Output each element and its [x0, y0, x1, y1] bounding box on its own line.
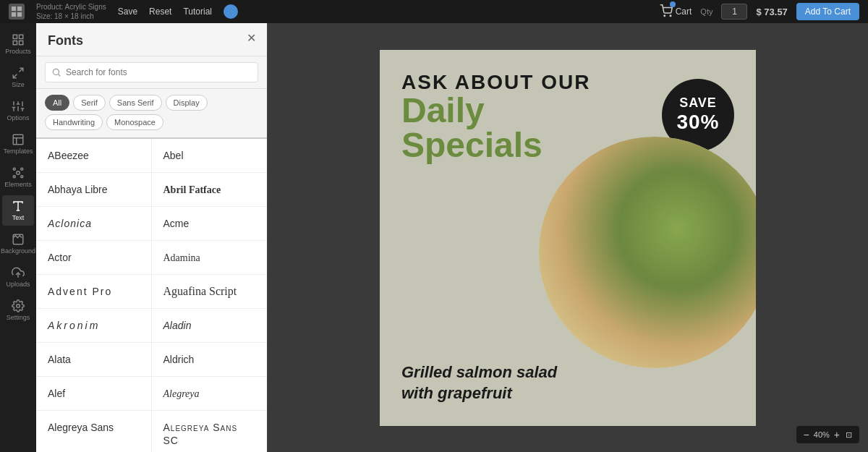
- sliders-icon: [12, 100, 25, 113]
- sidebar-item-background[interactable]: Background: [2, 229, 34, 259]
- sidebar-item-products[interactable]: Products: [2, 29, 34, 59]
- font-name: Abril Fatface: [163, 184, 221, 195]
- fonts-search-input[interactable]: [45, 62, 258, 82]
- list-item[interactable]: Aldrich: [152, 343, 268, 376]
- filter-display[interactable]: Display: [166, 95, 208, 111]
- topbar-left: Product: Acrylic Signs Size: 18 × 18 inc…: [9, 2, 238, 21]
- font-name: Adamina: [163, 252, 200, 263]
- settings-icon: [12, 299, 25, 312]
- main-content: Products Size Options Templat: [0, 23, 868, 452]
- font-name: Alef: [48, 388, 65, 399]
- font-name: Advent Pro: [48, 286, 112, 297]
- list-item[interactable]: Abel: [152, 139, 268, 172]
- qty-input[interactable]: [721, 4, 747, 20]
- list-item[interactable]: Alegreya Sans: [36, 411, 152, 452]
- fonts-title: Fonts: [48, 33, 83, 48]
- svg-point-24: [17, 171, 20, 175]
- add-to-cart-button[interactable]: Add To Cart: [796, 3, 859, 20]
- topbar-right: Cart Qty $ 73.57 Add To Cart: [660, 3, 859, 20]
- fonts-close-button[interactable]: ✕: [244, 30, 258, 45]
- svg-rect-3: [17, 12, 22, 17]
- list-item[interactable]: Abhaya Libre: [36, 173, 152, 206]
- sidebar-item-uploads[interactable]: Uploads: [2, 262, 34, 292]
- list-item[interactable]: Alegreya Sans SC: [152, 411, 268, 452]
- svg-point-4: [664, 15, 665, 17]
- sidebar-label-text: Text: [12, 214, 25, 221]
- sidebar-item-elements[interactable]: Elements: [2, 162, 34, 192]
- fonts-header: Fonts ✕: [36, 23, 267, 56]
- ad-grilled-line2: with grapefruit: [401, 383, 557, 404]
- svg-rect-6: [13, 35, 17, 38]
- avatar: [224, 4, 238, 19]
- sidebar-label-products: Products: [5, 48, 31, 55]
- list-item[interactable]: ABeezee: [36, 139, 152, 172]
- svg-rect-9: [20, 41, 23, 45]
- fonts-panel: Fonts ✕ All Serif Sans Serif Display Han…: [36, 23, 268, 452]
- left-sidebar: Products Size Options Templat: [0, 23, 36, 452]
- fonts-filters: All Serif Sans Serif Display Handwriting…: [36, 89, 267, 139]
- product-size: Size: 18 × 18 inch: [36, 12, 106, 21]
- sidebar-label-settings: Settings: [7, 314, 30, 321]
- font-row: Alef Alegreya: [36, 377, 267, 411]
- list-item[interactable]: Aladin: [152, 309, 268, 342]
- fonts-list: ABeezee Abel Abhaya Libre Abril Fatface …: [36, 139, 267, 452]
- zoom-out-button[interactable]: −: [802, 429, 811, 440]
- list-item[interactable]: Alata: [36, 343, 152, 376]
- list-item[interactable]: Aclonica: [36, 207, 152, 240]
- font-row: Aclonica Acme: [36, 207, 267, 241]
- list-item[interactable]: Alef: [36, 377, 152, 410]
- filter-monospace[interactable]: Monospace: [106, 114, 163, 130]
- filter-serif[interactable]: Serif: [73, 95, 106, 111]
- font-name: Alegreya Sans SC: [163, 422, 238, 446]
- font-name: Abhaya Libre: [48, 184, 108, 195]
- svg-rect-1: [17, 7, 22, 11]
- reset-button[interactable]: Reset: [149, 7, 171, 17]
- sidebar-item-size[interactable]: Size: [2, 62, 34, 93]
- list-item[interactable]: Actor: [36, 241, 152, 274]
- font-row: Actor Adamina: [36, 241, 267, 275]
- list-item[interactable]: Alegreya: [152, 377, 268, 410]
- fonts-search-wrap: [36, 56, 267, 89]
- canvas-wrapper[interactable]: ASK ABOUT OUR Daily Specials SAVE 30% Gr…: [380, 50, 756, 426]
- app-logo: [9, 4, 25, 20]
- zoom-in-button[interactable]: +: [833, 429, 841, 440]
- font-name: Aguafina Script: [163, 285, 237, 297]
- svg-point-27: [13, 176, 15, 178]
- filter-all[interactable]: All: [45, 95, 69, 111]
- sidebar-item-templates[interactable]: Templates: [2, 129, 34, 159]
- list-item[interactable]: Acme: [152, 207, 268, 240]
- ad-ask-text: ASK ABOUT OUR: [401, 72, 611, 94]
- ad-daily-text: Daily: [401, 93, 611, 128]
- filter-handwriting[interactable]: Handwriting: [45, 114, 103, 130]
- font-name: Alata: [48, 354, 71, 365]
- salad-placeholder: [539, 137, 756, 368]
- list-item[interactable]: Abril Fatface: [152, 173, 268, 206]
- svg-point-28: [21, 176, 23, 178]
- zoom-controls: − 40% + ⊡: [796, 426, 859, 443]
- cart-button[interactable]: Cart: [660, 4, 692, 20]
- sidebar-item-options[interactable]: Options: [2, 95, 34, 126]
- sidebar-label-background: Background: [1, 247, 35, 255]
- sidebar-label-uploads: Uploads: [6, 281, 30, 288]
- svg-rect-21: [13, 135, 23, 145]
- list-item[interactable]: Advent Pro: [36, 275, 152, 308]
- cart-badge: [670, 1, 676, 7]
- zoom-fit-button[interactable]: ⊡: [844, 430, 854, 440]
- font-row: ABeezee Abel: [36, 139, 267, 173]
- font-row: Advent Pro Aguafina Script: [36, 275, 267, 309]
- sidebar-item-settings[interactable]: Settings: [2, 295, 34, 325]
- cart-label: Cart: [676, 7, 692, 17]
- filter-sans-serif[interactable]: Sans Serif: [109, 95, 162, 111]
- svg-point-5: [670, 15, 671, 17]
- list-item[interactable]: Aguafina Script: [152, 275, 268, 308]
- save-button[interactable]: Save: [118, 7, 137, 17]
- price-display: $ 73.57: [756, 7, 787, 17]
- list-item[interactable]: Adamina: [152, 241, 268, 274]
- list-item[interactable]: Akronim: [36, 309, 152, 342]
- font-row: Alata Aldrich: [36, 343, 267, 377]
- resize-icon: [12, 67, 25, 80]
- svg-point-33: [17, 304, 20, 308]
- canvas-area: ASK ABOUT OUR Daily Specials SAVE 30% Gr…: [268, 23, 868, 452]
- tutorial-button[interactable]: Tutorial: [183, 7, 212, 17]
- sidebar-item-text[interactable]: Text: [2, 195, 34, 226]
